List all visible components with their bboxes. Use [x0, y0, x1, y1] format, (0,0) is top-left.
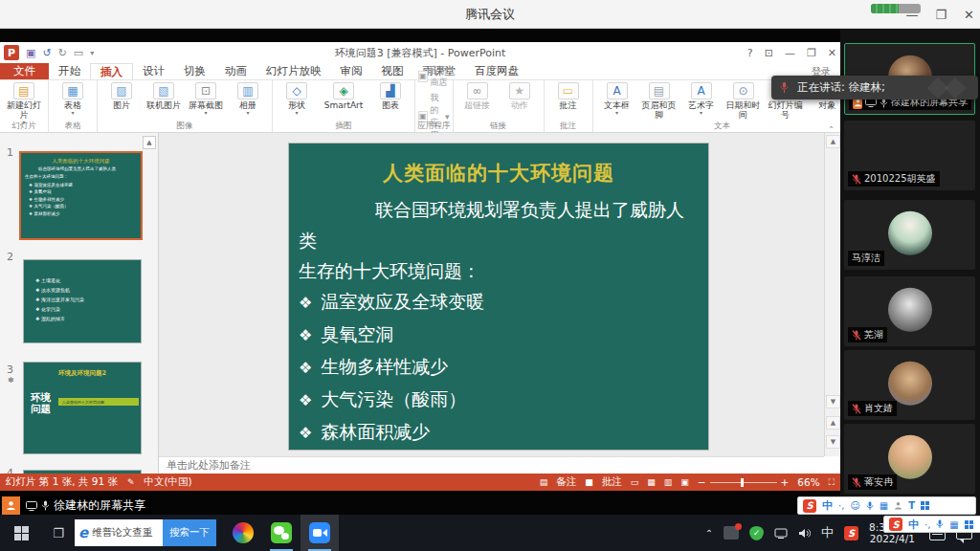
sogou-logo-icon[interactable]: S — [803, 499, 816, 513]
ime-mic-icon[interactable] — [936, 519, 944, 529]
search-input[interactable]: 维普论文查重 — [92, 526, 163, 540]
ppt-minimize-button[interactable]: — — [785, 47, 795, 59]
language-status[interactable]: 中文(中国) — [144, 475, 191, 489]
tray-expand-icon[interactable]: ⌃ — [705, 528, 713, 539]
ribbon-group-label: 图像 — [98, 121, 272, 132]
notes-toggle-label[interactable]: 备注 — [556, 475, 576, 489]
ribbon-button-批注[interactable]: ▭批注 — [547, 82, 590, 110]
ime-mode-icon[interactable]: 中 — [822, 498, 833, 513]
ime-toolbox-icon[interactable] — [965, 520, 973, 529]
tab-审阅[interactable]: 审阅 — [331, 63, 372, 79]
ribbon-button-联机图片[interactable]: ▧联机图片 — [143, 82, 185, 110]
ppt-ribbon-options-icon[interactable]: ⊡ — [765, 47, 773, 59]
tab-文件[interactable]: 文件 — [0, 63, 49, 79]
ppt-close-button[interactable]: ✕ — [828, 47, 836, 59]
ime-punctuation-icon[interactable]: ·, — [924, 519, 930, 530]
ribbon-button-新建幻灯片[interactable]: ▤新建幻灯片▾ — [3, 82, 45, 124]
slide-sorter-view-icon[interactable]: ▦ — [647, 477, 656, 487]
ribbon-button-图表[interactable]: ▟图表 — [369, 82, 412, 110]
next-slide-button[interactable]: ▼ — [826, 435, 840, 449]
ime-toolbox-icon[interactable] — [921, 501, 929, 510]
tab-视图[interactable]: 视图 — [372, 63, 413, 79]
tab-切换[interactable]: 切换 — [174, 63, 215, 79]
ppt-restore-button[interactable]: ❐ — [807, 47, 816, 59]
reading-view-icon[interactable]: ▥ — [664, 477, 673, 487]
tray-sogou-icon[interactable]: S — [844, 526, 858, 540]
comments-toggle-label[interactable]: 批注 — [602, 475, 622, 489]
zoom-in-icon[interactable]: + — [781, 476, 790, 488]
normal-view-icon[interactable]: ▭ — [631, 477, 639, 487]
thumbnail-slide-1[interactable]: 人类面临的十大环境问题联合国环境规划署负责人提出了威胁人类生存的十大环境问题：❖… — [19, 151, 143, 240]
zoom-out-icon[interactable]: − — [698, 476, 706, 488]
slide-canvas[interactable]: 人类面临的十大环境问题 联合国环境规划署负责人提出了威胁人类 生存的十大环境问题… — [159, 133, 824, 456]
ribbon-button-艺术字[interactable]: A艺术字▾ — [680, 82, 723, 115]
ime-account-icon[interactable] — [894, 501, 902, 510]
thumbnail-slide-3[interactable]: 环境及环境问题2 环境问题 人类面临的十大环境问题 — [23, 362, 142, 454]
tab-幻灯片放映[interactable]: 幻灯片放映 — [256, 63, 331, 79]
taskbar-app-wechat[interactable] — [262, 515, 301, 551]
close-button[interactable]: ✕ — [964, 8, 974, 22]
prev-slide-button[interactable]: ▲ — [826, 416, 840, 430]
ribbon-button-相册[interactable]: ▥相册▾ — [227, 82, 269, 115]
ribbon-button-日期和时间[interactable]: ⊙日期和时间 — [723, 82, 765, 120]
participant-tile-蒋安冉[interactable]: 蒋安冉 — [844, 424, 975, 494]
tab-百度网盘[interactable]: 百度网盘 — [465, 63, 528, 79]
ime-emoji-icon[interactable]: ☺ — [850, 500, 859, 511]
thumbnail-slide-2[interactable]: ❖ 土壤退化❖ 淡水资源危机❖ 海洋过度开发与污染❖ 化学污染❖ 混乱的城市 — [23, 259, 142, 343]
fit-slide-icon[interactable]: ⛶ — [829, 477, 835, 488]
ribbon-button-表格[interactable]: ▦表格▾ — [52, 82, 94, 115]
slide[interactable]: 人类面临的十大环境问题 联合国环境规划署负责人提出了威胁人类 生存的十大环境问题… — [289, 143, 708, 450]
tray-screenshot-icon[interactable] — [724, 526, 739, 540]
ribbon-button-SmartArt[interactable]: ◈SmartArt — [318, 82, 369, 110]
ribbon-group-label: 应用程序 — [415, 121, 453, 132]
tray-antivirus-icon[interactable]: ✓ — [749, 526, 764, 540]
ribbon-button-形状[interactable]: ◇形状▾ — [276, 82, 318, 115]
thumb-scroll-up-icon[interactable]: ▲ — [143, 136, 156, 149]
table-icon: ▦ — [62, 82, 83, 99]
taskbar-search[interactable]: e 维普论文查重 搜索一下 — [75, 519, 216, 546]
start-button[interactable] — [0, 515, 42, 551]
comments-toggle-icon[interactable]: ■ — [585, 477, 593, 487]
participant-tile-2010225胡英盛[interactable]: 2010225胡英盛 — [844, 121, 975, 190]
zoom-percent[interactable]: 66% — [797, 476, 819, 488]
restore-button[interactable]: ❐ — [935, 8, 947, 22]
canvas-scrollbar[interactable]: ▲ ▼ ▲ ▼ — [824, 133, 840, 456]
scroll-up-icon[interactable]: ▲ — [826, 135, 840, 148]
tab-开始[interactable]: 开始 — [49, 63, 90, 79]
slideshow-view-icon[interactable]: ▣ — [680, 477, 689, 487]
participant-tile-肖文婧[interactable]: 肖文婧 — [844, 350, 975, 420]
participant-tile-马淳洁[interactable]: 马淳洁 — [844, 200, 975, 270]
sogou-logo-icon[interactable]: S — [889, 518, 902, 531]
ribbon-button-图片[interactable]: ▨图片 — [100, 82, 143, 110]
ribbon-button-页眉和页脚[interactable]: ▤页眉和页脚 — [638, 82, 680, 120]
tab-插入[interactable]: 插入 — [90, 63, 133, 79]
zoom-thumb[interactable] — [741, 478, 744, 487]
scroll-down-icon[interactable]: ▼ — [826, 395, 840, 408]
ime-mode-icon[interactable]: 中 — [908, 518, 919, 532]
participant-tile-芜湖[interactable]: 芜湖 — [844, 276, 975, 346]
minimize-button[interactable]: — — [905, 8, 918, 22]
ime-keyboard-icon[interactable]: ▦ — [880, 500, 888, 511]
taskbar-app-meeting[interactable] — [301, 515, 339, 551]
volume-icon[interactable] — [798, 528, 811, 539]
tab-动画[interactable]: 动画 — [215, 63, 256, 79]
notes-bar[interactable]: 单击此处添加备注 — [159, 456, 824, 474]
ime-keyboard-icon[interactable]: ▦ — [949, 519, 958, 530]
ribbon-button-屏幕截图[interactable]: ⊡屏幕截图▾ — [185, 82, 227, 115]
search-go-button[interactable]: 搜索一下 — [163, 519, 216, 546]
ime-mic-icon[interactable] — [866, 501, 874, 511]
ppt-help-icon[interactable]: ? — [747, 47, 753, 59]
thumb3-title: 环境及环境问题2 — [24, 369, 141, 378]
ribbon-group-label: 插图 — [273, 121, 414, 132]
taskbar-app-browser[interactable] — [224, 515, 262, 551]
task-view-button[interactable]: ❐ — [42, 515, 75, 551]
network-icon[interactable] — [774, 528, 788, 539]
tab-设计[interactable]: 设计 — [133, 63, 174, 79]
proofing-icon[interactable]: ✎ — [127, 477, 135, 487]
ribbon-button-文本框[interactable]: A文本框▾ — [596, 82, 638, 115]
notes-toggle-icon[interactable]: ▤ — [540, 477, 548, 487]
tray-ime-mode[interactable]: 中 — [821, 524, 834, 541]
zoom-slider[interactable]: − + — [698, 476, 790, 488]
ime-punctuation-icon[interactable]: ·, — [838, 500, 844, 511]
ime-skin-icon[interactable]: T — [908, 500, 915, 511]
